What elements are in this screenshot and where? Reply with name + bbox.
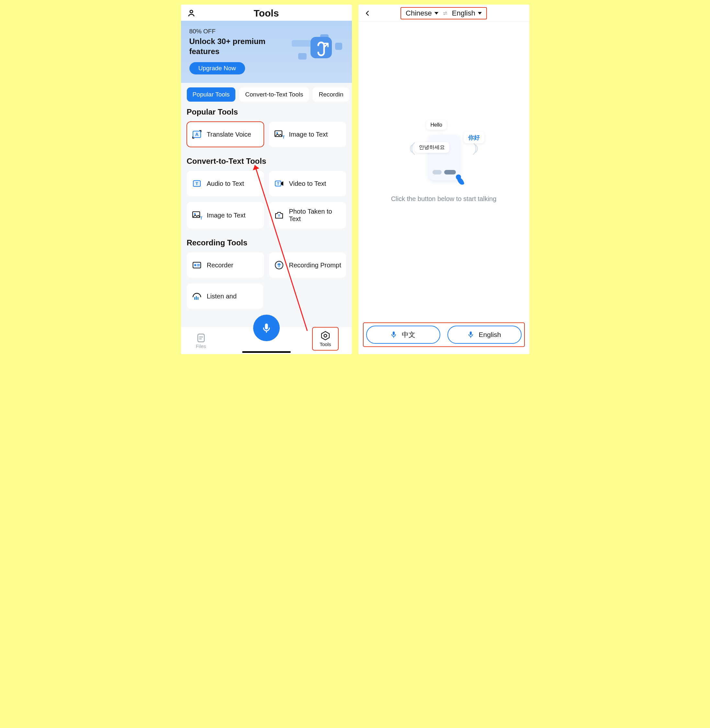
svg-text:T: T: [278, 214, 280, 217]
svg-rect-4: [292, 40, 311, 47]
image-text-icon: T: [274, 129, 285, 140]
profile-icon[interactable]: [187, 9, 196, 18]
svg-rect-22: [197, 264, 200, 265]
tile-video-to-text[interactable]: T Video to Text: [269, 171, 346, 196]
upgrade-button[interactable]: Upgrade Now: [189, 62, 245, 75]
tile-label: Audio to Text: [207, 180, 244, 187]
svg-text:T: T: [200, 216, 202, 220]
caret-down-icon: [478, 12, 482, 15]
svg-point-0: [190, 10, 192, 13]
nav-label: Files: [196, 343, 206, 349]
audio-text-icon: T: [191, 178, 202, 189]
lang-to-select[interactable]: English: [452, 9, 482, 18]
home-indicator: [242, 351, 291, 353]
tab-popular[interactable]: Popular Tools: [187, 87, 236, 102]
lang-to-label: English: [452, 9, 475, 18]
svg-rect-25: [194, 297, 195, 300]
sound-wave-icon: [471, 141, 478, 156]
files-icon: [196, 333, 206, 343]
tile-translate-voice[interactable]: A Translate Voice: [187, 122, 264, 147]
image-text-icon: T: [191, 210, 202, 221]
tab-convert[interactable]: Convert-to-Text Tools: [239, 87, 309, 102]
svg-rect-36: [393, 331, 395, 335]
section-title-recording: Recording Tools: [187, 238, 346, 247]
svg-rect-27: [198, 297, 198, 300]
svg-rect-23: [197, 265, 200, 266]
bubble-nihao: 你好: [464, 132, 484, 144]
tile-label: Photo Taken to Text: [289, 208, 342, 223]
tile-recorder[interactable]: Recorder: [187, 252, 264, 278]
tile-label: Translate Voice: [207, 131, 251, 138]
talk-buttons-row: 中文 English: [364, 323, 524, 346]
tile-label: Listen and: [207, 293, 237, 300]
svg-text:A: A: [195, 132, 198, 137]
translate-illustration: Hello 你好 안녕하세요: [410, 119, 478, 187]
svg-rect-20: [193, 262, 201, 268]
page-title: Tools: [196, 8, 337, 19]
listen-icon: [191, 291, 202, 302]
swap-icon[interactable]: [442, 10, 448, 16]
recorder-icon: [191, 259, 202, 271]
svg-point-9: [276, 132, 278, 134]
tile-listen-and[interactable]: Listen and: [187, 284, 263, 309]
svg-rect-2: [335, 43, 342, 50]
phone-shape-icon: [429, 135, 460, 180]
mic-icon: [261, 322, 272, 334]
lang-from-label: Chinese: [406, 9, 432, 18]
bubble-annyeong: 안녕하세요: [414, 142, 449, 153]
tap-hand-icon: [453, 174, 466, 187]
svg-text:T: T: [282, 135, 285, 139]
tile-label: Recording Prompt: [289, 262, 341, 269]
svg-text:T: T: [277, 182, 279, 186]
nav-tools[interactable]: Tools: [314, 328, 337, 349]
tile-label: Recorder: [207, 262, 233, 269]
tile-label: Image to Text: [207, 212, 246, 219]
svg-point-16: [194, 213, 195, 215]
tile-image-to-text-2[interactable]: T Image to Text: [187, 202, 264, 229]
svg-rect-37: [470, 331, 472, 335]
prompt-icon: [274, 259, 285, 271]
talk-label: 中文: [402, 330, 415, 339]
back-button[interactable]: [363, 9, 372, 18]
tools-icon: [320, 331, 330, 341]
caret-down-icon: [434, 12, 439, 15]
language-selector-bar: Chinese English: [401, 8, 486, 19]
hint-text: Click the button below to start talking: [391, 195, 497, 203]
tile-recording-prompt[interactable]: Recording Prompt: [269, 252, 346, 278]
banner-title: Unlock 30+ premium features: [189, 36, 274, 56]
svg-point-21: [194, 264, 196, 266]
svg-rect-28: [198, 334, 204, 342]
banner-art-icon: [290, 34, 345, 63]
tile-label: Video to Text: [289, 180, 326, 187]
mic-icon: [391, 331, 397, 338]
video-text-icon: T: [274, 178, 285, 189]
lang-from-select[interactable]: Chinese: [406, 9, 439, 18]
section-title-convert: Convert-to-Text Tools: [187, 157, 346, 166]
tile-audio-to-text[interactable]: T Audio to Text: [187, 171, 264, 196]
tile-image-to-text[interactable]: T Image to Text: [269, 122, 346, 147]
tile-photo-taken-to-text[interactable]: T Photo Taken to Text: [269, 202, 346, 229]
talk-button-zh[interactable]: 中文: [366, 326, 440, 344]
premium-banner[interactable]: 80% OFF Unlock 30+ premium features Upgr…: [181, 21, 352, 83]
bubble-hello: Hello: [426, 120, 447, 130]
section-title-popular: Popular Tools: [187, 107, 346, 117]
category-tabs: Popular Tools Convert-to-Text Tools Reco…: [181, 83, 352, 104]
svg-text:T: T: [195, 181, 198, 186]
tab-recording[interactable]: Recordin: [313, 87, 349, 102]
svg-rect-32: [265, 324, 268, 330]
record-fab[interactable]: [253, 315, 280, 341]
chevron-left-icon: [364, 10, 371, 17]
camera-text-icon: T: [274, 210, 285, 221]
talk-button-en[interactable]: English: [447, 326, 522, 344]
nav-label: Tools: [320, 341, 331, 347]
svg-rect-26: [196, 296, 197, 300]
svg-rect-3: [298, 53, 307, 60]
talk-label: English: [479, 331, 501, 338]
translate-icon: A: [191, 129, 202, 140]
nav-files[interactable]: Files: [196, 333, 206, 349]
tile-label: Image to Text: [289, 131, 328, 138]
mic-icon: [468, 331, 474, 338]
